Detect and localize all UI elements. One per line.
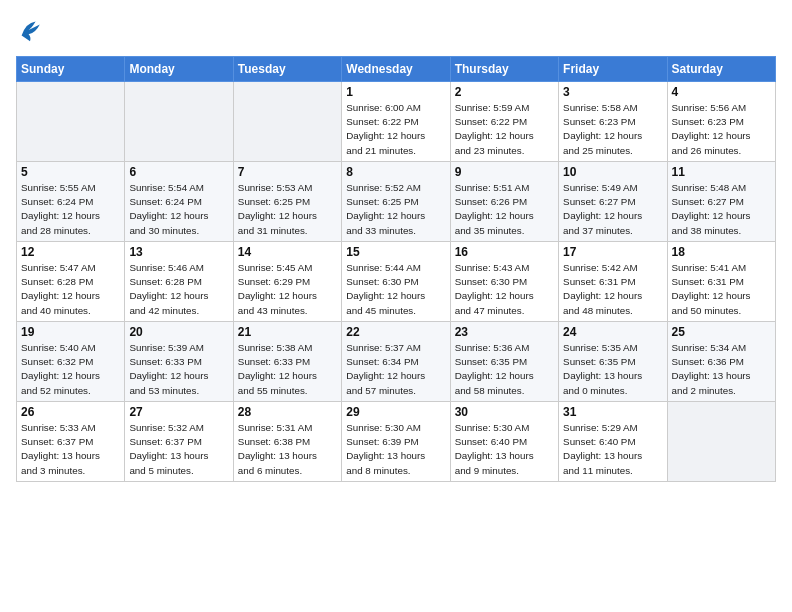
calendar-cell: 28Sunrise: 5:31 AM Sunset: 6:38 PM Dayli… [233,402,341,482]
day-number: 21 [238,325,337,339]
calendar-week-row: 12Sunrise: 5:47 AM Sunset: 6:28 PM Dayli… [17,242,776,322]
day-info: Sunrise: 5:59 AM Sunset: 6:22 PM Dayligh… [455,101,554,158]
calendar-cell: 13Sunrise: 5:46 AM Sunset: 6:28 PM Dayli… [125,242,233,322]
day-info: Sunrise: 5:36 AM Sunset: 6:35 PM Dayligh… [455,341,554,398]
day-number: 5 [21,165,120,179]
calendar-cell: 5Sunrise: 5:55 AM Sunset: 6:24 PM Daylig… [17,162,125,242]
day-info: Sunrise: 5:46 AM Sunset: 6:28 PM Dayligh… [129,261,228,318]
calendar-cell: 9Sunrise: 5:51 AM Sunset: 6:26 PM Daylig… [450,162,558,242]
weekday-header: Tuesday [233,57,341,82]
day-info: Sunrise: 5:37 AM Sunset: 6:34 PM Dayligh… [346,341,445,398]
day-info: Sunrise: 5:43 AM Sunset: 6:30 PM Dayligh… [455,261,554,318]
day-number: 26 [21,405,120,419]
day-number: 17 [563,245,662,259]
page-header [16,16,776,44]
day-number: 30 [455,405,554,419]
day-number: 19 [21,325,120,339]
day-number: 2 [455,85,554,99]
day-info: Sunrise: 5:32 AM Sunset: 6:37 PM Dayligh… [129,421,228,478]
day-number: 1 [346,85,445,99]
day-number: 12 [21,245,120,259]
calendar-cell: 11Sunrise: 5:48 AM Sunset: 6:27 PM Dayli… [667,162,775,242]
day-info: Sunrise: 5:30 AM Sunset: 6:39 PM Dayligh… [346,421,445,478]
calendar-week-row: 5Sunrise: 5:55 AM Sunset: 6:24 PM Daylig… [17,162,776,242]
day-number: 27 [129,405,228,419]
day-number: 23 [455,325,554,339]
day-info: Sunrise: 5:33 AM Sunset: 6:37 PM Dayligh… [21,421,120,478]
day-info: Sunrise: 5:29 AM Sunset: 6:40 PM Dayligh… [563,421,662,478]
day-info: Sunrise: 5:55 AM Sunset: 6:24 PM Dayligh… [21,181,120,238]
day-number: 9 [455,165,554,179]
day-number: 25 [672,325,771,339]
logo-bird-icon [16,16,44,44]
day-number: 31 [563,405,662,419]
day-info: Sunrise: 5:31 AM Sunset: 6:38 PM Dayligh… [238,421,337,478]
day-number: 13 [129,245,228,259]
day-info: Sunrise: 5:38 AM Sunset: 6:33 PM Dayligh… [238,341,337,398]
day-info: Sunrise: 5:48 AM Sunset: 6:27 PM Dayligh… [672,181,771,238]
day-number: 6 [129,165,228,179]
calendar-cell: 12Sunrise: 5:47 AM Sunset: 6:28 PM Dayli… [17,242,125,322]
day-number: 18 [672,245,771,259]
calendar-cell: 14Sunrise: 5:45 AM Sunset: 6:29 PM Dayli… [233,242,341,322]
day-info: Sunrise: 5:58 AM Sunset: 6:23 PM Dayligh… [563,101,662,158]
day-number: 20 [129,325,228,339]
calendar-cell: 2Sunrise: 5:59 AM Sunset: 6:22 PM Daylig… [450,82,558,162]
day-number: 29 [346,405,445,419]
calendar-cell: 22Sunrise: 5:37 AM Sunset: 6:34 PM Dayli… [342,322,450,402]
calendar-week-row: 19Sunrise: 5:40 AM Sunset: 6:32 PM Dayli… [17,322,776,402]
calendar-cell: 6Sunrise: 5:54 AM Sunset: 6:24 PM Daylig… [125,162,233,242]
day-number: 8 [346,165,445,179]
calendar-cell: 16Sunrise: 5:43 AM Sunset: 6:30 PM Dayli… [450,242,558,322]
calendar-week-row: 26Sunrise: 5:33 AM Sunset: 6:37 PM Dayli… [17,402,776,482]
calendar-cell [667,402,775,482]
calendar-cell: 8Sunrise: 5:52 AM Sunset: 6:25 PM Daylig… [342,162,450,242]
calendar-cell: 26Sunrise: 5:33 AM Sunset: 6:37 PM Dayli… [17,402,125,482]
weekday-header: Wednesday [342,57,450,82]
calendar-cell: 29Sunrise: 5:30 AM Sunset: 6:39 PM Dayli… [342,402,450,482]
calendar-cell: 31Sunrise: 5:29 AM Sunset: 6:40 PM Dayli… [559,402,667,482]
calendar-cell: 3Sunrise: 5:58 AM Sunset: 6:23 PM Daylig… [559,82,667,162]
day-number: 22 [346,325,445,339]
day-number: 10 [563,165,662,179]
day-number: 4 [672,85,771,99]
day-info: Sunrise: 5:34 AM Sunset: 6:36 PM Dayligh… [672,341,771,398]
day-info: Sunrise: 5:41 AM Sunset: 6:31 PM Dayligh… [672,261,771,318]
calendar-cell: 17Sunrise: 5:42 AM Sunset: 6:31 PM Dayli… [559,242,667,322]
day-number: 16 [455,245,554,259]
calendar-header-row: SundayMondayTuesdayWednesdayThursdayFrid… [17,57,776,82]
calendar-cell: 20Sunrise: 5:39 AM Sunset: 6:33 PM Dayli… [125,322,233,402]
day-info: Sunrise: 5:54 AM Sunset: 6:24 PM Dayligh… [129,181,228,238]
logo [16,16,48,44]
day-info: Sunrise: 5:47 AM Sunset: 6:28 PM Dayligh… [21,261,120,318]
weekday-header: Monday [125,57,233,82]
calendar-cell: 24Sunrise: 5:35 AM Sunset: 6:35 PM Dayli… [559,322,667,402]
day-info: Sunrise: 5:44 AM Sunset: 6:30 PM Dayligh… [346,261,445,318]
day-info: Sunrise: 5:45 AM Sunset: 6:29 PM Dayligh… [238,261,337,318]
calendar-cell: 18Sunrise: 5:41 AM Sunset: 6:31 PM Dayli… [667,242,775,322]
day-info: Sunrise: 5:42 AM Sunset: 6:31 PM Dayligh… [563,261,662,318]
calendar-cell: 27Sunrise: 5:32 AM Sunset: 6:37 PM Dayli… [125,402,233,482]
calendar-table: SundayMondayTuesdayWednesdayThursdayFrid… [16,56,776,482]
day-info: Sunrise: 5:35 AM Sunset: 6:35 PM Dayligh… [563,341,662,398]
weekday-header: Thursday [450,57,558,82]
day-info: Sunrise: 5:53 AM Sunset: 6:25 PM Dayligh… [238,181,337,238]
calendar-cell: 25Sunrise: 5:34 AM Sunset: 6:36 PM Dayli… [667,322,775,402]
day-number: 14 [238,245,337,259]
day-info: Sunrise: 5:49 AM Sunset: 6:27 PM Dayligh… [563,181,662,238]
day-info: Sunrise: 5:40 AM Sunset: 6:32 PM Dayligh… [21,341,120,398]
weekday-header: Saturday [667,57,775,82]
day-info: Sunrise: 5:56 AM Sunset: 6:23 PM Dayligh… [672,101,771,158]
calendar-cell: 1Sunrise: 6:00 AM Sunset: 6:22 PM Daylig… [342,82,450,162]
calendar-cell: 4Sunrise: 5:56 AM Sunset: 6:23 PM Daylig… [667,82,775,162]
day-info: Sunrise: 5:30 AM Sunset: 6:40 PM Dayligh… [455,421,554,478]
calendar-cell [125,82,233,162]
day-number: 28 [238,405,337,419]
calendar-cell: 30Sunrise: 5:30 AM Sunset: 6:40 PM Dayli… [450,402,558,482]
calendar-cell [17,82,125,162]
day-number: 11 [672,165,771,179]
calendar-cell [233,82,341,162]
day-info: Sunrise: 5:39 AM Sunset: 6:33 PM Dayligh… [129,341,228,398]
day-info: Sunrise: 6:00 AM Sunset: 6:22 PM Dayligh… [346,101,445,158]
day-number: 7 [238,165,337,179]
